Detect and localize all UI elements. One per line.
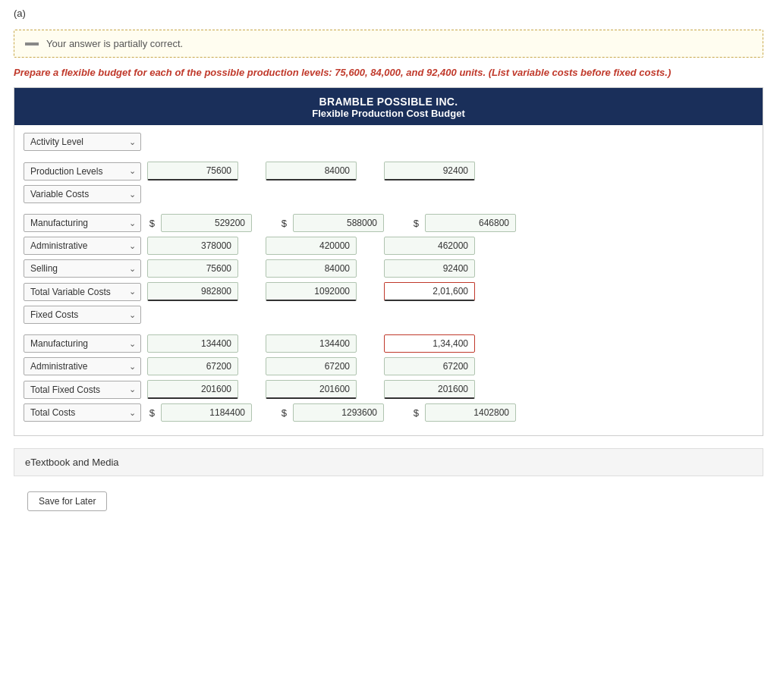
value-cell-total-costs-0[interactable] [161, 403, 252, 422]
label-select-production-levels[interactable]: Production Levels⌄ [24, 162, 141, 180]
label-select-manufacturing-fix[interactable]: Manufacturing⌄ [24, 334, 141, 353]
budget-header: BRAMBLE POSSIBLE INC. Flexible Productio… [14, 88, 763, 125]
value-cell-manufacturing-var-2[interactable] [425, 214, 516, 232]
label-select-total-variable-costs[interactable]: Total Variable Costs⌄ [24, 283, 141, 301]
instruction-note: (List variable costs before fixed costs.… [489, 67, 672, 78]
chevron-down-icon: ⌄ [129, 408, 136, 418]
value-cell-total-variable-costs-0[interactable] [147, 282, 238, 301]
value-cell-manufacturing-fix-2[interactable] [384, 334, 475, 353]
dollar-sign-total-costs-2: $ [411, 407, 419, 419]
value-cell-total-costs-2[interactable] [425, 403, 516, 422]
value-cell-selling-var-1[interactable] [266, 259, 357, 278]
alert-icon [25, 42, 39, 46]
label-select-administrative-var[interactable]: Administrative⌄ [24, 237, 141, 255]
value-cell-total-variable-costs-2[interactable] [384, 282, 475, 301]
label-select-fixed-costs[interactable]: Fixed Costs⌄ [24, 306, 141, 324]
budget-row-administrative-fix: Administrative⌄ [24, 357, 753, 375]
budget-row-total-variable-costs: Total Variable Costs⌄ [24, 282, 753, 301]
value-cell-total-fixed-costs-2[interactable] [384, 380, 475, 399]
value-cell-total-fixed-costs-0[interactable] [147, 380, 238, 399]
value-cell-administrative-fix-1[interactable] [266, 357, 357, 375]
budget-row-selling-var: Selling⌄ [24, 259, 753, 278]
budget-row-total-fixed-costs: Total Fixed Costs⌄ [24, 380, 753, 399]
value-cell-administrative-var-1[interactable] [266, 237, 357, 255]
value-cell-selling-var-0[interactable] [147, 259, 238, 278]
value-cell-production-levels-2[interactable] [384, 162, 475, 180]
dollar-sign-manufacturing-var-0: $ [147, 218, 155, 229]
budget-row-activity-level: Activity Level⌄ [24, 133, 753, 151]
budget-title: BRAMBLE POSSIBLE INC. [20, 96, 757, 108]
alert-text: Your answer is partially correct. [46, 38, 183, 49]
budget-subtitle: Flexible Production Cost Budget [20, 108, 757, 119]
label-select-selling-var[interactable]: Selling⌄ [24, 259, 141, 278]
dollar-sign-manufacturing-var-2: $ [411, 218, 419, 229]
budget-row-manufacturing-fix: Manufacturing⌄ [24, 334, 753, 353]
value-cell-total-variable-costs-1[interactable] [266, 282, 357, 301]
value-cell-total-costs-1[interactable] [293, 403, 384, 422]
chevron-down-icon: ⌄ [129, 190, 136, 199]
instruction: Prepare a flexible budget for each of th… [14, 67, 763, 78]
alert-box: Your answer is partially correct. [14, 30, 763, 58]
chevron-down-icon: ⌄ [129, 287, 136, 297]
label-select-manufacturing-var[interactable]: Manufacturing⌄ [24, 214, 141, 232]
budget-row-administrative-var: Administrative⌄ [24, 237, 753, 255]
section-label: (a) [0, 0, 777, 24]
value-cell-administrative-fix-0[interactable] [147, 357, 238, 375]
value-cell-administrative-var-0[interactable] [147, 237, 238, 255]
budget-row-manufacturing-var: Manufacturing⌄$$$ [24, 214, 753, 232]
value-cell-manufacturing-var-0[interactable] [161, 214, 252, 232]
chevron-down-icon: ⌄ [129, 264, 136, 274]
value-cell-administrative-var-2[interactable] [384, 237, 475, 255]
instruction-base: Prepare a flexible budget for each of th… [14, 67, 486, 78]
chevron-down-icon: ⌄ [129, 137, 136, 147]
dollar-sign-total-costs-1: $ [279, 407, 287, 419]
value-cell-production-levels-0[interactable] [147, 162, 238, 180]
chevron-down-icon: ⌄ [129, 385, 136, 394]
budget-table: BRAMBLE POSSIBLE INC. Flexible Productio… [14, 87, 763, 436]
chevron-down-icon: ⌄ [129, 218, 136, 228]
chevron-down-icon: ⌄ [129, 339, 136, 349]
budget-row-fixed-costs: Fixed Costs⌄ [24, 306, 753, 324]
value-cell-manufacturing-var-1[interactable] [293, 214, 384, 232]
budget-body: Activity Level⌄Production Levels⌄Variabl… [14, 125, 763, 435]
etextbook-label: eTextbook and Media [25, 457, 119, 468]
budget-row-production-levels: Production Levels⌄ [24, 162, 753, 180]
label-select-total-fixed-costs[interactable]: Total Fixed Costs⌄ [24, 381, 141, 399]
budget-row-total-costs: Total Costs⌄$$$ [24, 403, 753, 422]
chevron-down-icon: ⌄ [129, 310, 136, 320]
value-cell-selling-var-2[interactable] [384, 259, 475, 278]
chevron-down-icon: ⌄ [129, 362, 136, 372]
value-cell-administrative-fix-2[interactable] [384, 357, 475, 375]
dollar-sign-manufacturing-var-1: $ [279, 218, 287, 229]
save-for-later-button[interactable]: Save for Later [27, 491, 107, 511]
label-select-administrative-fix[interactable]: Administrative⌄ [24, 357, 141, 375]
label-select-activity-level[interactable]: Activity Level⌄ [24, 133, 141, 151]
chevron-down-icon: ⌄ [129, 241, 136, 251]
budget-row-variable-costs: Variable Costs⌄ [24, 185, 753, 203]
etextbook-section: eTextbook and Media [14, 448, 763, 476]
label-select-total-costs[interactable]: Total Costs⌄ [24, 403, 141, 422]
value-cell-production-levels-1[interactable] [266, 162, 357, 180]
chevron-down-icon: ⌄ [129, 166, 136, 176]
value-cell-manufacturing-fix-1[interactable] [266, 334, 357, 353]
value-cell-total-fixed-costs-1[interactable] [266, 380, 357, 399]
value-cell-manufacturing-fix-0[interactable] [147, 334, 238, 353]
label-select-variable-costs[interactable]: Variable Costs⌄ [24, 185, 141, 203]
dollar-sign-total-costs-0: $ [147, 407, 155, 419]
